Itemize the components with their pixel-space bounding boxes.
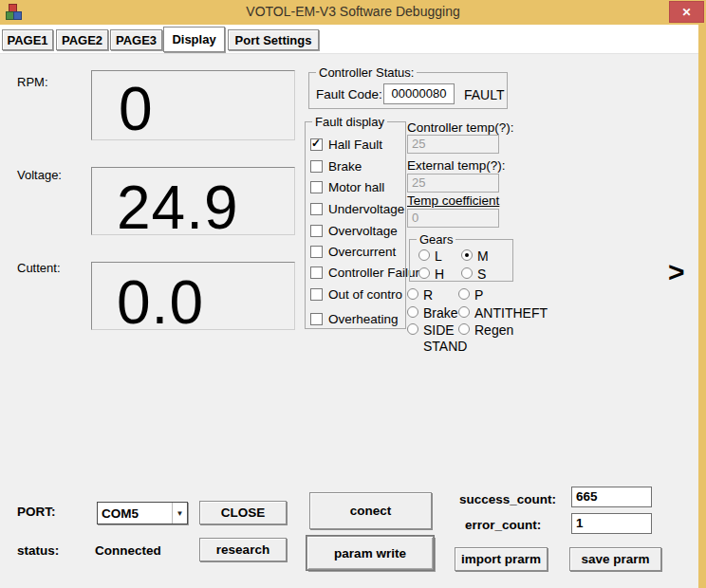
- checkbox-label: Overcurrent: [328, 245, 396, 259]
- checkbox-brake[interactable]: ✓: [310, 160, 323, 173]
- close-button[interactable]: ✕: [669, 1, 704, 23]
- save-param-button[interactable]: save prarm: [569, 547, 661, 571]
- radio-label: Regen: [474, 322, 513, 339]
- checkbox-overvoltage[interactable]: ✓: [310, 225, 323, 237]
- checkbox-label: Undervoltage: [328, 202, 404, 216]
- checkbox-overcurrent[interactable]: ✓: [310, 246, 323, 258]
- gear-option-l[interactable]: L: [418, 248, 442, 265]
- radio-side-stand[interactable]: [407, 323, 418, 335]
- temp-coefficient-field[interactable]: 0: [407, 209, 499, 228]
- fault-row: ✓ Motor hall: [310, 180, 384, 193]
- fault-row: ✓ Overvoltage: [310, 224, 398, 237]
- param-write-button[interactable]: param write: [307, 536, 434, 570]
- radio-brake[interactable]: [407, 306, 418, 318]
- connect-button[interactable]: conect: [309, 492, 432, 529]
- radio-label: S: [477, 266, 486, 283]
- fault-row: ✓ Hall Fault: [310, 138, 382, 151]
- mode-option-p[interactable]: P: [458, 287, 483, 303]
- research-button[interactable]: research: [199, 538, 287, 561]
- port-select[interactable]: COM5 ▼: [97, 502, 188, 524]
- fault-status-text: FAULT: [464, 87, 505, 102]
- next-page-arrow[interactable]: >: [668, 256, 685, 288]
- checkbox-overheating[interactable]: ✓: [310, 313, 323, 325]
- tab-page2[interactable]: PAGE2: [56, 29, 108, 50]
- radio-r[interactable]: [407, 288, 418, 300]
- error-count-field[interactable]: 1: [571, 513, 652, 534]
- fault-row: ✓ Out of contro: [310, 287, 402, 301]
- checkbox-out-of-control[interactable]: ✓: [310, 288, 323, 301]
- tab-page1[interactable]: PAGE1: [2, 29, 53, 50]
- voltage-value: 24.9: [117, 177, 239, 238]
- controller-temp-field[interactable]: 25: [407, 135, 499, 154]
- voltage-label: Voltage:: [17, 168, 62, 182]
- current-display: 0.0: [91, 262, 295, 330]
- radio-gear-l[interactable]: [418, 249, 430, 261]
- port-label: PORT:: [17, 505, 56, 519]
- status-value: Connected: [95, 543, 161, 558]
- status-label: status:: [17, 543, 59, 558]
- checkbox-hall-fault[interactable]: ✓: [310, 138, 323, 151]
- checkbox-label: Hall Fault: [328, 138, 382, 152]
- fault-row: ✓ Overheating: [310, 312, 399, 325]
- chevron-down-icon[interactable]: ▼: [172, 503, 187, 524]
- fault-row: ✓ Brake: [310, 159, 362, 173]
- controller-status-group-label: Controller Status:: [316, 65, 417, 80]
- rpm-value: 0: [119, 79, 154, 139]
- tab-page3[interactable]: PAGE3: [110, 29, 162, 50]
- fault-row: ✓ Overcurrent: [310, 245, 396, 258]
- mode-option-regen[interactable]: Regen: [458, 322, 513, 339]
- mode-option-antitheft[interactable]: ANTITHEFT: [458, 305, 548, 322]
- title-bar: VOTOL-EM-V3 Software Debugging ✕: [0, 0, 706, 25]
- current-label: Cuttent:: [17, 261, 61, 275]
- mode-option-r[interactable]: R: [407, 287, 433, 303]
- radio-gear-m[interactable]: [461, 249, 473, 261]
- app-window: VOTOL-EM-V3 Software Debugging ✕ PAGE1 P…: [0, 0, 706, 588]
- checkmark-icon: ✓: [311, 137, 321, 150]
- voltage-display: 24.9: [91, 167, 295, 235]
- checkbox-label: Overheating: [328, 312, 399, 326]
- external-temp-field[interactable]: 25: [407, 174, 499, 193]
- checkbox-label: Overvoltage: [328, 224, 398, 238]
- checkbox-label: Out of contro: [328, 287, 402, 302]
- gear-option-m[interactable]: M: [461, 248, 489, 265]
- radio-p[interactable]: [458, 288, 470, 300]
- radio-label: ANTITHEFT: [474, 305, 548, 322]
- radio-label: Brake: [423, 305, 458, 322]
- gear-option-s[interactable]: S: [461, 266, 486, 283]
- mode-option-brake[interactable]: Brake: [407, 305, 458, 322]
- radio-label: H: [435, 266, 444, 283]
- external-temp-label: External temp(?):: [407, 158, 506, 173]
- import-param-button[interactable]: import prarm: [455, 547, 548, 571]
- radio-regen[interactable]: [458, 323, 470, 335]
- fault-display-group-label: Fault display: [312, 115, 387, 129]
- current-value: 0.0: [117, 272, 204, 333]
- rpm-display: 0: [91, 70, 295, 140]
- tab-strip: PAGE1 PAGE2 PAGE3 Display Port Settings: [0, 25, 706, 54]
- tab-display[interactable]: Display: [163, 27, 225, 52]
- radio-gear-h[interactable]: [418, 267, 430, 279]
- radio-label: L: [435, 248, 442, 265]
- rpm-label: RPM:: [17, 75, 48, 89]
- fault-row: ✓ Undervoltage: [310, 202, 404, 215]
- window-title: VOTOL-EM-V3 Software Debugging: [0, 4, 706, 19]
- radio-label: M: [477, 248, 489, 265]
- radio-antitheft[interactable]: [458, 306, 470, 318]
- port-select-value: COM5: [98, 506, 172, 521]
- tab-port-settings[interactable]: Port Settings: [228, 29, 319, 50]
- error-count-label: error_count:: [465, 518, 541, 532]
- radio-label: R: [423, 287, 433, 303]
- checkbox-label: Brake: [328, 159, 362, 174]
- window-right-border: [698, 25, 706, 588]
- success-count-label: success_count:: [459, 492, 556, 506]
- controller-temp-label: Controller temp(?):: [407, 120, 514, 135]
- radio-gear-s[interactable]: [461, 267, 473, 279]
- close-port-button[interactable]: CLOSE: [199, 501, 287, 524]
- gear-option-h[interactable]: H: [418, 266, 444, 283]
- checkbox-label: Motor hall: [328, 180, 384, 194]
- checkbox-controller-failure[interactable]: ✓: [310, 266, 323, 279]
- checkbox-motor-hall[interactable]: ✓: [310, 181, 323, 193]
- success-count-field[interactable]: 665: [571, 487, 652, 507]
- temp-coefficient-label: Temp coefficient: [407, 193, 499, 208]
- fault-code-field[interactable]: 00000080: [383, 83, 455, 104]
- checkbox-undervoltage[interactable]: ✓: [310, 203, 323, 215]
